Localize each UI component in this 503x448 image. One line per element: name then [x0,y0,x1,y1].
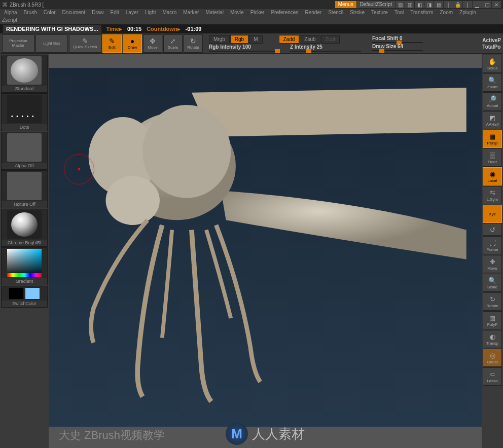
time-label: Time▸ [106,26,122,32]
menu-tool[interactable]: Tool [391,9,407,17]
menu-zoom[interactable]: Zoom [437,9,456,17]
move-label: Move [148,45,158,50]
viewport[interactable] [49,68,482,427]
move-button[interactable]: ✥ Move [143,34,162,53]
titlebar-icon-5[interactable]: ▤ [434,1,443,8]
total-points: TotalPo [482,44,501,50]
draw-label: Draw [128,45,137,50]
tutorial-subtitle: 大史 ZBrush视频教学 [59,428,165,443]
material-icon [11,212,38,237]
default-zscript-button[interactable]: DefaultZScript [357,1,395,8]
quicksketch-button[interactable]: ✎ Quick Sketch [69,34,101,53]
menu-zplugin[interactable]: Zplugin [456,9,479,17]
active-points: ActiveP [482,38,501,43]
menu-light[interactable]: Light [142,9,159,17]
quicksketch-icon: ✎ [82,38,88,45]
main-area: Standard Dots Alpha Off Texture Off Chro… [0,54,503,448]
model-render [39,73,492,406]
swatch-main[interactable] [9,287,24,300]
draw-icon: ● [130,38,134,45]
draw-size-slider[interactable]: Draw Size 64 [372,44,423,51]
rgb-intensity-slider[interactable]: Rgb Intensity 100 [209,44,280,52]
menu-document[interactable]: Document [59,9,89,17]
rotate-label: Rotate [187,45,199,50]
watermark-logo-icon: M [226,423,248,445]
menu-render[interactable]: Render [302,9,325,17]
minimize-icon[interactable]: ▁ [473,1,482,8]
z-intensity-slider[interactable]: Z Intensity 25 [290,44,361,52]
lightbox-label: Light Box [43,41,60,46]
canvas-area[interactable]: 大史 ZBrush视频教学 M 人人素材 [49,54,482,448]
zscript-row: Zscript [0,17,503,24]
edit-icon: ✎ [109,38,115,45]
toolbar: Projection Master Light Box ✎ Quick Sket… [0,33,503,54]
countdown-label: Countdown▸ [147,26,180,32]
zsub-button[interactable]: Zsub [300,35,320,44]
menu-zscript[interactable]: Zscript [2,17,17,23]
scale-button[interactable]: ⤢ Scale [163,34,183,53]
alpha-icon [7,133,42,162]
titlebar-icon-1[interactable]: ▥ [396,1,405,8]
edit-button[interactable]: ✎ Edit [102,34,122,53]
menu-marker[interactable]: Marker [180,9,202,17]
titlebar-icon-4[interactable]: ◨ [424,1,434,8]
quicksketch-label: Quick Sketch [73,45,97,50]
stroke-icon [7,95,42,123]
render-status: RENDERING WITH GI SHADOWS... [3,25,101,33]
scale-icon: ⤢ [170,38,176,45]
menu-transform[interactable]: Transform [407,9,436,17]
menu-picker[interactable]: Picker [247,9,268,17]
m-button[interactable]: M [249,35,262,44]
menu-brush[interactable]: Brush [21,9,40,17]
rotate-button[interactable]: ↻ Rotate [184,34,203,53]
scroll-button[interactable]: ✋Scroll [483,55,502,73]
status-bar: RENDERING WITH GI SHADOWS... Time▸ 00:15… [0,24,503,33]
hand-icon: ✋ [488,58,496,65]
zcut-button[interactable]: Zcut [321,35,340,44]
menu-movie[interactable]: Movie [227,9,247,17]
menu-alpha[interactable]: Alpha [1,9,20,17]
zadd-button[interactable]: Zadd [279,35,300,44]
scale-label: Scale [168,45,178,50]
menu-stencil[interactable]: Stencil [325,9,346,17]
titlebar-icon-2[interactable]: ▥ [405,1,414,8]
menubar: Alpha Brush Color Document Draw Edit Lay… [0,9,503,17]
projection-master-button[interactable]: Projection Master [2,34,34,53]
menu-layer[interactable]: Layer [123,9,141,17]
swatch-secondary[interactable] [25,287,40,300]
titlebar-icon-3[interactable]: ◧ [415,1,424,8]
app-logo: ⌘ [2,2,8,8]
menu-macro[interactable]: Macro [159,9,179,17]
titlebar-divider-2: | [463,1,472,8]
dragonfly-model-icon [39,73,492,406]
app-title: ZBrush 3.5R3 [ [10,2,44,8]
menu-color[interactable]: Color [41,9,59,17]
brush-cursor [64,154,94,184]
countdown-value: -01:09 [186,26,202,32]
menu-stroke[interactable]: Stroke [347,9,368,17]
draw-button[interactable]: ● Draw [123,34,142,53]
rgb-button[interactable]: Rgb [230,35,248,44]
menu-preferences[interactable]: Preferences [268,9,301,17]
lightbox-button[interactable]: Light Box [35,34,68,53]
menu-material[interactable]: Material [202,9,227,17]
time-value: 00:15 [127,26,141,32]
close-icon[interactable]: ✕ [492,1,501,8]
brush-icon [11,58,38,83]
texture-icon [7,172,42,200]
z-intensity-label: Z Intensity 25 [290,44,361,50]
watermark-text: 人人素材 [252,425,305,443]
menus-button[interactable]: Menus [335,1,356,8]
menu-edit[interactable]: Edit [107,9,122,17]
projection-label: Projection Master [3,39,34,48]
color-picker[interactable] [7,249,42,277]
focal-shift-slider[interactable]: Focal Shift 0 [372,35,423,43]
mrgb-button[interactable]: Mrgb [209,35,230,44]
lock-icon[interactable]: 🔒 [453,1,462,8]
titlebar-divider: | [444,1,453,8]
maximize-icon[interactable]: ▢ [482,1,491,8]
hue-bar[interactable] [7,273,42,277]
titlebar: ⌘ ZBrush 3.5R3 [ Menus DefaultZScript ▥ … [0,0,503,9]
menu-texture[interactable]: Texture [368,9,391,17]
menu-draw[interactable]: Draw [89,9,106,17]
